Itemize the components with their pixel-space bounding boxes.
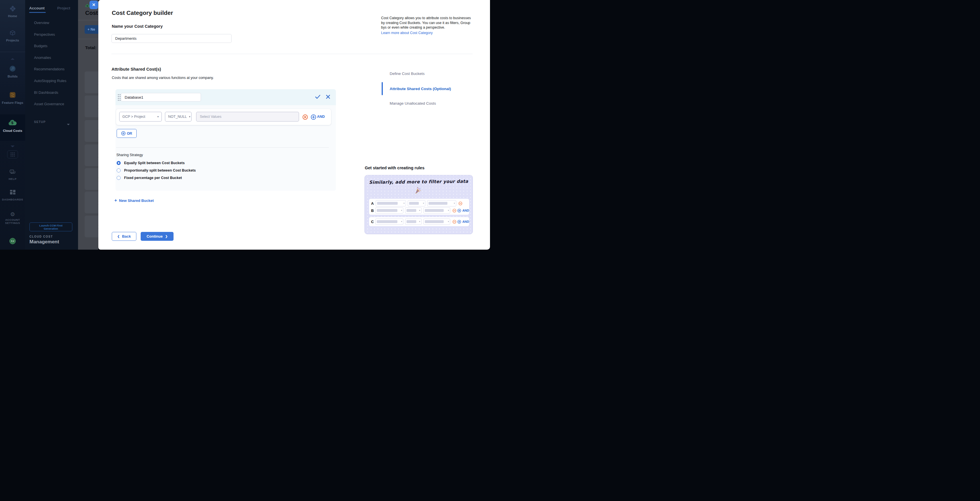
- radio-fixed-percentage[interactable]: Fixed percentage per Cost Bucket: [117, 176, 182, 180]
- dashboards-icon: [10, 190, 16, 195]
- chevron-left-icon: ❮: [117, 235, 119, 238]
- shared-costs-subheading: Costs that are shared among various func…: [112, 76, 214, 80]
- sidebar-divider: [0, 52, 25, 52]
- and-label: AND: [462, 209, 469, 212]
- sidebar-item-label: HELP: [0, 177, 25, 180]
- confirm-bucket-button[interactable]: [315, 95, 320, 99]
- delete-rule-button[interactable]: [302, 115, 308, 120]
- tab-project[interactable]: Project: [57, 6, 70, 10]
- placeholder-select: ▾: [375, 207, 403, 214]
- caret-down-icon: ▾: [189, 115, 190, 118]
- svg-text:$: $: [11, 121, 13, 125]
- radio-equally-split[interactable]: Equally Split between Cost Buckets: [117, 161, 185, 165]
- operand-select[interactable]: GCP > Project ▾: [119, 112, 162, 121]
- chevron-right-icon: ❯: [165, 235, 167, 238]
- sidebar-item-builds[interactable]: Builds: [0, 65, 25, 78]
- illustration-rule-block-ab: A ▾ ▾ ▾ B ▾ ▾ ▾ AND: [369, 199, 469, 215]
- circle-plus-icon: [457, 209, 461, 213]
- drag-handle-icon[interactable]: [118, 94, 121, 101]
- subnav-item-bi-dashboards[interactable]: BI Dashboards: [25, 87, 78, 99]
- bucket-name-input[interactable]: [121, 93, 201, 102]
- shared-bucket-card: GCP > Project ▾ NOT_NULL ▾: [116, 89, 336, 191]
- handwritten-hint: Similarly, add more to filter your data: [365, 179, 473, 185]
- placeholder-select: ▾: [405, 207, 422, 214]
- learn-more-link[interactable]: Learn more about Cost Category: [381, 30, 433, 35]
- user-avatar[interactable]: CJ: [10, 238, 16, 244]
- sidebar-item-account-settings[interactable]: ⚙ ACCOUNT SETTINGS: [0, 212, 25, 224]
- list-row[interactable]: ❯: [84, 72, 99, 93]
- modal-close-button[interactable]: ✕: [89, 1, 98, 9]
- list-row[interactable]: ❯: [84, 216, 99, 237]
- cost-category-builder-modal: Cost Category builder Cost Category allo…: [99, 0, 490, 250]
- subnav-setup-section[interactable]: SETUP: [34, 120, 71, 124]
- list-row[interactable]: ❯: [84, 95, 99, 117]
- and-label: AND: [462, 220, 469, 223]
- sidebar-collapse-up[interactable]: [0, 56, 25, 61]
- svg-text:?: ?: [11, 170, 13, 173]
- ccm-mini-cloud-icon: $: [85, 4, 90, 8]
- sidebar-item-home[interactable]: Home: [0, 6, 25, 18]
- list-row[interactable]: ❯: [84, 192, 99, 213]
- step-define-cost-buckets[interactable]: Define Cost Buckets: [390, 72, 425, 76]
- new-cost-category-button-clipped[interactable]: + Ne: [84, 25, 99, 34]
- values-multiselect-input[interactable]: [196, 112, 299, 121]
- operator-select[interactable]: NOT_NULL ▾: [165, 112, 191, 121]
- chevron-up-icon: [11, 58, 14, 60]
- placeholder-select: ▾: [375, 200, 406, 207]
- builds-icon: [9, 65, 16, 72]
- check-icon: [315, 95, 320, 99]
- party-popper-icon: [414, 187, 422, 194]
- list-row[interactable]: ❯: [84, 120, 99, 142]
- back-label: Back: [122, 234, 131, 239]
- sidebar-item-label: Builds: [0, 75, 25, 78]
- list-row[interactable]: ❯: [84, 145, 99, 166]
- name-section-label: Name your Cost Category: [112, 24, 163, 29]
- sidebar-collapse-down[interactable]: [0, 143, 25, 148]
- sidebar-item-cloud-costs-active[interactable]: $ Cloud Costs: [0, 115, 25, 141]
- row-label: A: [371, 201, 374, 205]
- continue-button[interactable]: Continue ❯: [141, 232, 173, 241]
- radio-label: Fixed percentage per Cost Bucket: [124, 176, 182, 180]
- tab-account[interactable]: Account: [29, 6, 45, 10]
- subnav-item-anomalies[interactable]: Anomalies: [25, 52, 78, 64]
- placeholder-select: ▾: [423, 218, 450, 225]
- app-root: Home Projects Builds: [0, 0, 490, 250]
- add-and-condition-button[interactable]: [311, 115, 316, 120]
- gear-icon: ⚙: [10, 212, 15, 217]
- subnav-item-overview[interactable]: Overview: [25, 17, 78, 29]
- subnav-item-perspectives[interactable]: Perspectives: [25, 29, 78, 41]
- sidebar-item-projects[interactable]: Projects: [0, 30, 25, 42]
- subnav-item-asset-governance[interactable]: Asset Governance: [25, 99, 78, 110]
- circle-minus-icon: [458, 202, 462, 205]
- subnav-item-autostopping-rules[interactable]: AutoStopping Rules: [25, 75, 78, 87]
- sharing-strategy-label: Sharing Strategy: [116, 153, 143, 157]
- caret-down-icon: ▾: [157, 115, 159, 118]
- add-or-condition-button[interactable]: OR: [117, 129, 137, 138]
- and-label[interactable]: AND: [317, 115, 325, 119]
- new-shared-bucket-link[interactable]: + New Shared Bucket: [115, 198, 154, 203]
- illustration-row-b: B ▾ ▾ ▾ AND: [369, 207, 469, 214]
- launch-ccm-first-gen-button[interactable]: Launch CCM First Generation: [29, 223, 72, 231]
- sidebar-item-feature-flags[interactable]: Feature Flags: [0, 92, 25, 104]
- remove-bucket-button[interactable]: [326, 95, 330, 99]
- sidebar-item-dashboards[interactable]: DASHBOARDS: [0, 190, 25, 201]
- cloud-costs-icon-wrap: $ Cloud Costs: [0, 115, 25, 132]
- list-row[interactable]: ❯: [84, 168, 99, 190]
- feature-flags-icon: [9, 92, 16, 99]
- illustration-row-a: A ▾ ▾ ▾: [369, 200, 469, 207]
- step-manage-unallocated-costs[interactable]: Manage Unallocated Costs: [390, 101, 436, 105]
- subnav-item-budgets[interactable]: Budgets: [25, 40, 78, 52]
- intro-text: Cost Category allows you to attribute co…: [381, 16, 471, 29]
- sidebar-item-label: ACCOUNT: [0, 218, 25, 221]
- step-attribute-shared-costs[interactable]: Attribute Shared Costs (Optional): [390, 87, 451, 91]
- illustration-rule-block-c: C ▾ ▾ ▾ AND: [369, 217, 469, 226]
- operator-value: NOT_NULL: [168, 115, 187, 119]
- cost-category-name-input[interactable]: [111, 34, 232, 43]
- module-picker-button[interactable]: [7, 150, 18, 158]
- sidebar-item-help[interactable]: ? HELP: [0, 170, 25, 180]
- subnav-item-recommendations[interactable]: Recommendations: [25, 64, 78, 75]
- plus-icon: +: [115, 198, 117, 203]
- radio-proportionally-split[interactable]: Proportionally split between Cost Bucket…: [117, 169, 196, 172]
- back-button[interactable]: ❮ Back: [112, 232, 136, 241]
- subnav-list: Overview Perspectives Budgets Anomalies …: [25, 17, 78, 110]
